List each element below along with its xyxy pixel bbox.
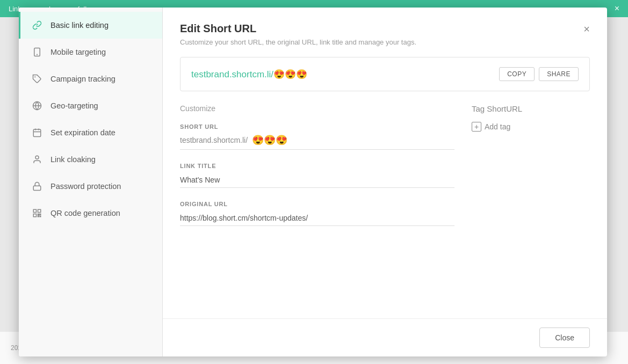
tag-column: Tag ShortURL + Add tag: [472, 104, 590, 303]
password-protection-label: Password protection: [50, 182, 121, 191]
copy-button[interactable]: COPY: [499, 67, 535, 81]
svg-point-9: [35, 156, 39, 159]
url-actions: COPY SHARE: [499, 67, 579, 81]
sidebar-item-qr-code-generation[interactable]: QR code generation: [19, 200, 162, 227]
campaign-tracking-icon: [31, 73, 43, 85]
mobile-targeting-icon: [31, 46, 43, 58]
add-tag-icon: +: [472, 122, 481, 132]
sidebar-item-campaign-tracking[interactable]: Campaign tracking: [19, 65, 162, 92]
modal-header: Edit Short URL ×: [180, 23, 590, 35]
svg-rect-13: [33, 214, 36, 217]
sidebar: Basic link editingMobile targetingCampai…: [19, 8, 163, 356]
original-url-label: ORIGINAL URL: [180, 201, 454, 207]
short-url-label: SHORT URL: [180, 123, 454, 130]
close-button[interactable]: Close: [539, 327, 590, 348]
modal-subtitle: Customize your short URL, the original U…: [180, 38, 590, 46]
link-title-label: LINK TITLE: [180, 163, 454, 169]
customize-title: Customize: [180, 104, 454, 113]
original-url-field-group: ORIGINAL URL: [180, 201, 454, 226]
sidebar-item-basic-link-editing[interactable]: Basic link editing: [19, 12, 162, 39]
set-expiration-date-label: Set expiration date: [50, 128, 116, 137]
basic-link-editing-icon: [31, 19, 43, 31]
qr-code-generation-label: QR code generation: [50, 209, 120, 217]
link-title-field-group: LINK TITLE: [180, 163, 454, 188]
svg-rect-17: [40, 216, 41, 217]
sidebar-item-set-expiration-date[interactable]: Set expiration date: [19, 119, 162, 146]
modal-body: Basic link editingMobile targetingCampai…: [19, 8, 607, 356]
share-button[interactable]: SHARE: [539, 67, 579, 81]
geo-targeting-icon: [31, 100, 43, 112]
sidebar-item-geo-targeting[interactable]: Geo-targeting: [19, 92, 162, 119]
link-cloaking-icon: [31, 154, 43, 165]
edit-short-url-modal: Basic link editingMobile targetingCampai…: [19, 8, 607, 356]
link-cloaking-label: Link cloaking: [50, 155, 96, 164]
password-protection-icon: [31, 180, 43, 192]
add-tag-label: Add tag: [485, 122, 510, 131]
short-url-emojis: 😍😍😍: [252, 134, 287, 146]
svg-rect-5: [33, 129, 41, 137]
set-expiration-date-icon: [31, 127, 43, 139]
url-display-text: testbrand.shortcm.li/😍😍😍: [191, 69, 307, 80]
campaign-tracking-label: Campaign tracking: [50, 75, 116, 83]
sidebar-item-password-protection[interactable]: Password protection: [19, 173, 162, 200]
short-url-field-group: SHORT URL testbrand.shortcm.li/ 😍😍😍: [180, 123, 454, 150]
basic-link-editing-label: Basic link editing: [50, 21, 109, 30]
url-display-prefix: testbrand.shortcm.li/: [191, 69, 273, 79]
svg-rect-12: [38, 209, 41, 212]
sidebar-item-mobile-targeting[interactable]: Mobile targeting: [19, 39, 162, 65]
geo-targeting-label: Geo-targeting: [50, 101, 98, 110]
customize-column: Customize SHORT URL testbrand.shortcm.li…: [180, 104, 454, 303]
modal-title: Edit Short URL: [180, 23, 256, 35]
add-tag-button[interactable]: + Add tag: [472, 122, 510, 132]
tag-section-title: Tag ShortURL: [472, 104, 590, 113]
svg-rect-11: [33, 209, 36, 212]
url-display-box: testbrand.shortcm.li/😍😍😍 COPY SHARE: [180, 57, 590, 91]
modal-close-button[interactable]: ×: [583, 24, 590, 34]
link-title-input[interactable]: [180, 173, 454, 188]
original-url-input[interactable]: [180, 212, 454, 226]
notification-close[interactable]: ×: [615, 4, 619, 13]
two-column-layout: Customize SHORT URL testbrand.shortcm.li…: [180, 104, 590, 303]
short-url-prefix: testbrand.shortcm.li/: [180, 136, 248, 144]
sidebar-item-link-cloaking[interactable]: Link cloaking: [19, 146, 162, 173]
qr-code-generation-icon: [31, 207, 43, 219]
modal-footer: Close: [163, 318, 607, 356]
svg-rect-16: [38, 216, 39, 217]
url-display-emojis: 😍😍😍: [273, 69, 307, 79]
short-url-input-row: testbrand.shortcm.li/ 😍😍😍: [180, 134, 454, 150]
svg-rect-15: [40, 214, 41, 215]
svg-rect-14: [38, 214, 39, 215]
svg-rect-10: [33, 186, 41, 190]
mobile-targeting-label: Mobile targeting: [50, 48, 106, 56]
main-content: Edit Short URL × Customize your short UR…: [163, 8, 607, 318]
